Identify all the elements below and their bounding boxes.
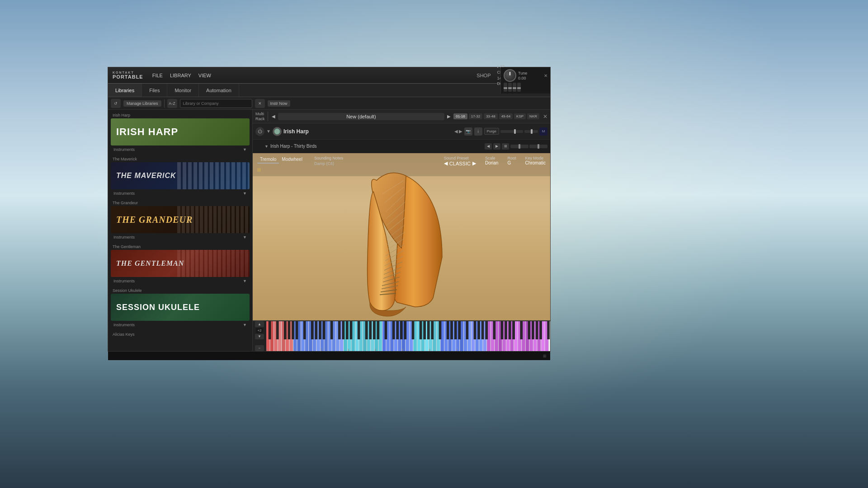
tune-knob[interactable] (504, 69, 516, 82)
page-buttons: 01-16 17-32 33-48 49-64 KSP NKR (453, 113, 539, 119)
svg-rect-212 (509, 321, 511, 339)
camera-button[interactable]: 📷 (464, 127, 472, 136)
library-title-maverick: THE MAVERICK (116, 172, 176, 180)
svg-rect-178 (323, 321, 326, 339)
page-btn-17-32[interactable]: 17-32 (469, 113, 482, 119)
root-value: G (507, 160, 516, 165)
section-label-maverick: The Maverick (111, 155, 250, 162)
svg-rect-184 (358, 321, 360, 339)
sub-arrow-left[interactable]: ◀ (485, 143, 492, 150)
svg-rect-179 (330, 321, 333, 339)
kb-up-button[interactable]: ▲ (255, 321, 264, 327)
library-banner-irish-harp[interactable]: IRISH HARP (111, 118, 250, 145)
expand-arrow[interactable]: ▼ (266, 129, 271, 134)
tune-fader-3[interactable] (513, 83, 516, 92)
kb-down-button[interactable]: ▼ (255, 334, 264, 340)
az-button[interactable]: A-Z (167, 99, 177, 108)
clear-search-button[interactable]: ✕ (255, 99, 265, 108)
instruments-dropdown-0[interactable]: ▼ (243, 147, 247, 152)
tremolo-button[interactable]: Tremolo (257, 156, 279, 164)
info-button[interactable]: i (474, 127, 482, 136)
library-banner-maverick[interactable]: THE MAVERICK (111, 162, 250, 189)
library-banner-ukulele[interactable]: SESSION UKULELE (111, 294, 250, 321)
svg-rect-168 (269, 321, 271, 339)
preset-arrow-next[interactable]: ▶ (472, 160, 476, 166)
menu-library[interactable]: LIBRARY (170, 73, 191, 78)
menu-view[interactable]: VIEW (198, 73, 211, 78)
ksp-button[interactable]: KSP (514, 113, 526, 119)
svg-rect-169 (276, 321, 279, 339)
tune-fader-4[interactable] (517, 83, 521, 92)
tune-faders (504, 83, 547, 92)
multi-rack-bar: Multi Rack ◀ New (default) ▶ 01-16 17-32… (253, 110, 550, 123)
library-banner-grandeur[interactable]: THE GRANDEUR (111, 206, 250, 233)
svg-rect-205 (474, 321, 476, 339)
sub-slot-controls: ◀ ▶ ⊞ (485, 143, 547, 150)
tab-libraries[interactable]: Libraries (108, 84, 142, 97)
svg-rect-200 (447, 321, 449, 339)
instruments-dropdown-2[interactable]: ▼ (243, 235, 247, 239)
sub-volume-fader[interactable] (510, 145, 528, 148)
kb-minus-button[interactable]: − (255, 345, 264, 351)
search-input[interactable] (183, 101, 249, 106)
instruments-dropdown-1[interactable]: ▼ (243, 191, 247, 196)
close-pane-button[interactable]: ✕ (543, 113, 547, 120)
instruments-label-1: Instruments (113, 191, 135, 196)
menu-file[interactable]: FILE (152, 73, 163, 78)
svg-rect-186 (369, 321, 372, 339)
svg-rect-197 (427, 321, 430, 339)
scale-group: Scale Dorian (485, 156, 498, 165)
pan-fader[interactable] (524, 130, 538, 133)
svg-rect-172 (292, 321, 294, 339)
page-btn-49-64[interactable]: 49-64 (499, 113, 513, 119)
sub-arrow-right[interactable]: ▶ (493, 143, 500, 150)
tab-monitor[interactable]: Monitor (167, 84, 199, 97)
slot-arrow-left[interactable]: ◀ (454, 129, 458, 134)
svg-rect-170 (284, 321, 287, 339)
svg-rect-191 (396, 321, 399, 339)
instr-now-button[interactable]: Instr Now (268, 100, 290, 107)
svg-rect-175 (311, 321, 314, 339)
preset-arrow-prev[interactable]: ◀ (444, 160, 448, 166)
svg-rect-213 (512, 321, 515, 339)
manage-libraries-button[interactable]: Manage Libraries (123, 100, 161, 107)
preset-arrow-left[interactable]: ◀ (271, 114, 276, 119)
power-button[interactable] (255, 127, 264, 136)
refresh-button[interactable]: ↺ (111, 99, 121, 108)
pan-fader-thumb (531, 129, 533, 134)
tune-fader-2[interactable] (508, 83, 512, 92)
piano-decoration-gentleman (177, 250, 250, 277)
keys-area: 0 1 2 3 4 5 6 7 (266, 321, 550, 351)
library-banner-gentleman[interactable]: THE GENTLEMAN (111, 250, 250, 277)
root-label: Root (507, 156, 516, 160)
modwheel-button[interactable]: Modwheel (279, 156, 305, 164)
purge-button[interactable]: Purge (484, 128, 499, 135)
sub-action-btn[interactable]: ⊞ (502, 143, 509, 150)
svg-text:7: 7 (456, 348, 458, 351)
library-sub-row-maverick: Instruments ▼ (111, 190, 250, 197)
page-btn-33-48[interactable]: 33-48 (484, 113, 497, 119)
instruments-dropdown-4[interactable]: ▼ (243, 323, 247, 327)
nkr-button[interactable]: NKR (527, 113, 539, 119)
tab-files[interactable]: Files (142, 84, 167, 97)
instruments-dropdown-3[interactable]: ▼ (243, 279, 247, 283)
library-title-ukulele: SESSION UKULELE (116, 303, 200, 312)
tune-fader-1[interactable] (504, 83, 507, 92)
page-btn-01-16[interactable]: 01-16 (453, 113, 467, 119)
section-label-irish-harp: Irish Harp (111, 112, 250, 118)
slot-arrow-right[interactable]: ▶ (459, 129, 462, 134)
sub-slot-expand[interactable]: ▼ (264, 144, 269, 149)
sub-pan-fader[interactable] (529, 145, 547, 148)
sub-fader-area (510, 145, 547, 148)
kontakt-window: KONTAKT PORTABLE FILE LIBRARY VIEW SHOP … (108, 67, 551, 352)
svg-rect-187 (373, 321, 376, 339)
tab-automation[interactable]: Automation (199, 84, 239, 97)
preset-arrow-right[interactable]: ▶ (446, 114, 452, 119)
volume-fader[interactable] (500, 130, 523, 133)
tune-close-button[interactable]: ✕ (544, 73, 547, 78)
svg-rect-196 (423, 321, 426, 339)
midi-icon: M (539, 127, 547, 136)
preset-name[interactable]: New (default) (278, 113, 445, 120)
volume-fader-thumb (514, 129, 516, 134)
shop-button[interactable]: SHOP (476, 73, 491, 78)
